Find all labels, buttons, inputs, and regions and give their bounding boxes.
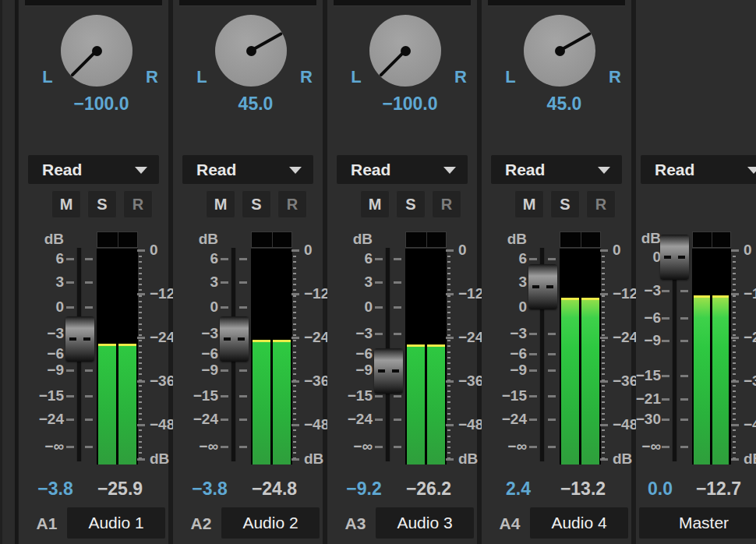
- record-arm-button[interactable]: R: [432, 190, 461, 218]
- track-name-field[interactable]: Audio 2: [221, 507, 320, 539]
- fader-tick-right: [680, 317, 688, 320]
- solo-button[interactable]: S: [242, 190, 271, 218]
- meter-bar-right: [712, 249, 729, 465]
- automation-mode-label: Read: [655, 161, 694, 178]
- fader-tick-left: [529, 333, 537, 335]
- mute-button[interactable]: M: [514, 190, 544, 218]
- meter-peak-line: [273, 249, 291, 342]
- pan-knob[interactable]: [61, 15, 132, 87]
- meter-major-tick: [291, 249, 299, 252]
- meter-scale-label: −24: [744, 329, 756, 346]
- mute-button[interactable]: M: [206, 190, 235, 218]
- meter-major-tick: [446, 293, 454, 295]
- pan-value[interactable]: −100.0: [31, 94, 171, 115]
- chevron-down-icon: [598, 167, 610, 174]
- meter-major-tick: [446, 249, 454, 252]
- fader-scale-label: −24: [175, 411, 218, 428]
- fader-value-readout[interactable]: 0.0: [636, 479, 684, 500]
- fader-tick-left: [662, 290, 669, 292]
- fader-tick-left: [529, 395, 537, 397]
- track-name-field[interactable]: Audio 3: [376, 507, 474, 539]
- mute-button[interactable]: M: [360, 190, 390, 218]
- audio-track-mixer-panel: LR−100.0ReadMSRdB630−3−6−9−15−24−∞0−12−2…: [0, 0, 756, 544]
- fader-value-readout[interactable]: 2.4: [491, 479, 546, 500]
- collapsed-panel-slot: [334, 0, 471, 6]
- track-name-field[interactable]: Audio 4: [530, 507, 628, 539]
- fader-value-readout[interactable]: −3.8: [28, 479, 83, 500]
- pan-knob[interactable]: [369, 15, 441, 87]
- fader-tick-left: [375, 446, 383, 448]
- record-arm-button[interactable]: R: [123, 190, 153, 218]
- fader-tick-left: [662, 375, 669, 377]
- pan-value[interactable]: 45.0: [494, 94, 634, 115]
- fader-scale-label: −3: [175, 325, 218, 342]
- meter-major-tick: [137, 458, 145, 461]
- clip-indicator: [405, 231, 447, 248]
- track-name-field[interactable]: Audio 1: [67, 507, 165, 539]
- fader-tick-left: [375, 306, 383, 309]
- meter-minor-ticks: [602, 250, 605, 459]
- fader-tick-left: [529, 258, 537, 260]
- fader-tick-right: [85, 306, 93, 309]
- fader-scale-label: −15: [483, 387, 527, 404]
- automation-mode-dropdown[interactable]: Read: [491, 155, 622, 184]
- meter-value-readout: −26.2: [396, 479, 461, 500]
- pan-value[interactable]: 45.0: [185, 94, 326, 115]
- meter-major-tick: [291, 458, 299, 461]
- fader-tick-right: [680, 398, 688, 401]
- pan-knob[interactable]: [524, 15, 595, 87]
- fader-tick-left: [66, 281, 74, 284]
- pan-value[interactable]: −100.0: [340, 94, 480, 115]
- fader-scale-label: 6: [20, 250, 64, 267]
- fader-handle[interactable]: [660, 235, 689, 280]
- track-name-field[interactable]: Master: [639, 507, 756, 539]
- meter-major-tick: [137, 293, 145, 295]
- meter-peak-line: [407, 249, 425, 347]
- meter-major-tick: [731, 380, 739, 383]
- fader-tick-right: [394, 281, 401, 284]
- automation-mode-dropdown[interactable]: Read: [182, 155, 313, 184]
- fader-scale-label: −∞: [175, 438, 218, 455]
- fader-scale-label: −24: [483, 411, 527, 428]
- fader-handle[interactable]: [65, 316, 94, 362]
- fader-track[interactable]: [672, 248, 677, 461]
- fader-tick-left: [66, 395, 74, 397]
- mixer-strip-a4: LR45.0ReadMSRdB630−3−6−9−15−24−∞0−12−24−…: [482, 0, 631, 544]
- clip-indicator: [251, 231, 292, 248]
- fader-handle[interactable]: [528, 264, 557, 309]
- solo-button[interactable]: S: [550, 190, 580, 218]
- mixer-strip-a2: LR45.0ReadMSRdB630−3−6−9−15−24−∞0−12−24−…: [173, 0, 323, 544]
- fader-tick-left: [221, 306, 228, 309]
- fader-tick-left: [66, 446, 74, 448]
- pan-knob[interactable]: [215, 15, 287, 87]
- mixer-strip-a1: LR−100.0ReadMSRdB630−3−6−9−15−24−∞0−12−2…: [19, 0, 168, 544]
- level-meter: [560, 249, 601, 465]
- automation-mode-label: Read: [351, 161, 390, 178]
- automation-mode-dropdown[interactable]: Read: [28, 155, 159, 184]
- automation-mode-dropdown[interactable]: Read: [337, 155, 468, 184]
- solo-button[interactable]: S: [396, 190, 426, 218]
- fader-db-unit-label: dB: [175, 231, 218, 248]
- fader-scale-label: 6: [329, 250, 373, 267]
- meter-value-readout: −24.8: [242, 479, 307, 500]
- fader-scale-label: −30: [631, 411, 661, 428]
- automation-mode-dropdown[interactable]: Read: [641, 155, 756, 184]
- fader-value-readout[interactable]: −9.2: [337, 479, 391, 500]
- solo-button[interactable]: S: [87, 190, 117, 218]
- fader-scale-label: 6: [483, 250, 527, 267]
- pan-knob-center-dot: [555, 46, 565, 56]
- fader-handle[interactable]: [220, 316, 249, 362]
- collapsed-panel-slot: [488, 0, 625, 6]
- fader-handle[interactable]: [374, 348, 403, 394]
- meter-peak-line: [427, 249, 445, 347]
- fader-tick-left: [66, 369, 74, 372]
- meter-bar-left: [253, 249, 270, 465]
- record-arm-button[interactable]: R: [586, 190, 616, 218]
- mute-button[interactable]: M: [51, 190, 81, 218]
- fader-tick-right: [394, 419, 401, 421]
- fader-handle-grip: [378, 369, 385, 373]
- meter-minor-ticks: [447, 250, 450, 459]
- record-arm-button[interactable]: R: [277, 190, 307, 218]
- fader-scale-label: −6: [175, 345, 218, 362]
- fader-value-readout[interactable]: −3.8: [182, 479, 237, 500]
